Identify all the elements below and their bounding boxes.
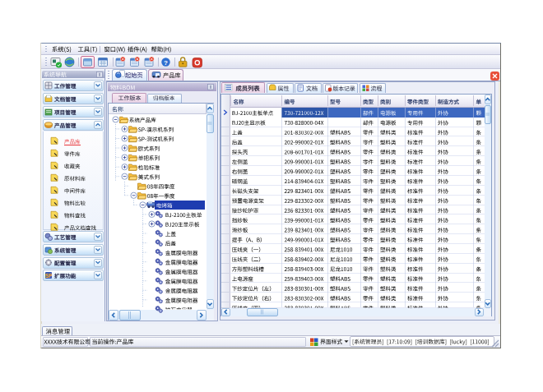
svg-text:SP: SP [45,273,53,279]
svg-text:?: ? [164,59,168,67]
